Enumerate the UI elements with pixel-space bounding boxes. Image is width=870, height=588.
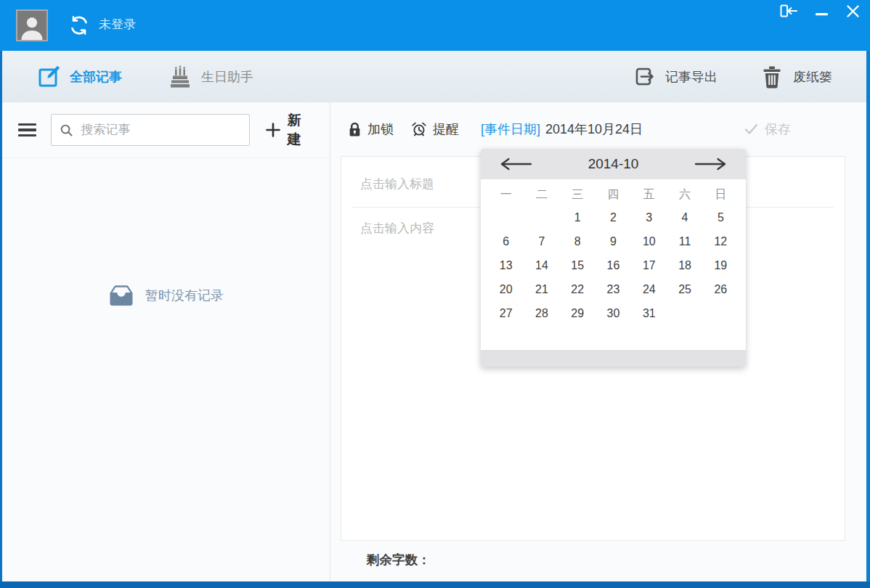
- calendar-day[interactable]: 23: [595, 277, 631, 301]
- calendar-day[interactable]: 10: [631, 229, 667, 253]
- export-notes-button[interactable]: 记事导出: [633, 65, 717, 88]
- event-date-tag[interactable]: [事件日期]: [481, 121, 540, 138]
- calendar-day[interactable]: 15: [560, 253, 595, 277]
- close-icon[interactable]: [846, 4, 860, 18]
- notes-sidebar: 新建 暂时没有记录: [2, 102, 330, 581]
- new-note-label: 新建: [287, 111, 314, 149]
- event-date-value: 2014年10月24日: [545, 121, 643, 138]
- remind-button[interactable]: 提醒: [411, 121, 459, 138]
- logout-icon[interactable]: [780, 4, 797, 17]
- calendar-weekday-row: 一二三四五六日: [481, 179, 746, 205]
- search-icon: [60, 123, 73, 137]
- calendar-day[interactable]: 30: [595, 301, 631, 325]
- calendar-day[interactable]: 22: [560, 277, 595, 301]
- main-area: 新建 暂时没有记录: [2, 102, 866, 581]
- inbox-icon: [108, 284, 134, 306]
- prev-month-arrow-icon[interactable]: [500, 158, 532, 171]
- birthday-cake-icon: [168, 65, 192, 89]
- login-status[interactable]: 未登录: [99, 0, 136, 51]
- calendar-day[interactable]: 4: [667, 205, 702, 229]
- calendar-month-label: 2014-10: [532, 156, 694, 172]
- weekday-label: 四: [595, 185, 631, 204]
- export-icon: [633, 65, 656, 88]
- calendar-bottom-handle: [481, 350, 746, 367]
- check-icon: [744, 123, 758, 135]
- user-icon: [17, 12, 46, 40]
- calendar-day[interactable]: 7: [524, 229, 559, 253]
- titlebar: 未登录: [0, 0, 870, 51]
- note-editor-panel: 加锁 提醒 [事件日期]: [330, 102, 866, 581]
- editor-header: 加锁 提醒 [事件日期]: [348, 102, 866, 156]
- calendar-day[interactable]: 24: [631, 277, 667, 301]
- calendar-day[interactable]: 9: [595, 229, 631, 253]
- window-frame-left: [0, 51, 2, 588]
- calendar-day-empty: [524, 205, 559, 229]
- calendar-day[interactable]: 5: [703, 205, 739, 229]
- empty-state: 暂时没有记录: [2, 284, 330, 306]
- calendar-day[interactable]: 20: [488, 277, 524, 301]
- tab-birthday-helper[interactable]: 生日助手: [168, 65, 253, 89]
- calendar-day[interactable]: 8: [560, 229, 595, 253]
- avatar[interactable]: [16, 9, 48, 41]
- weekday-label: 三: [560, 185, 595, 204]
- calendar-day[interactable]: 6: [488, 229, 524, 253]
- alarm-clock-icon: [411, 121, 427, 137]
- compose-icon: [38, 65, 60, 88]
- weekday-label: 五: [631, 185, 667, 204]
- weekday-label: 一: [488, 185, 524, 204]
- toolbar: 全部记事 生日助手: [0, 51, 870, 102]
- save-label: 保存: [765, 121, 791, 138]
- calendar-day[interactable]: 13: [488, 253, 524, 277]
- window-frame-bottom: [0, 581, 870, 588]
- calendar-day[interactable]: 16: [595, 253, 631, 277]
- calendar-day[interactable]: 3: [631, 205, 667, 229]
- lock-button[interactable]: 加锁: [348, 121, 394, 138]
- tab-label: 生日助手: [201, 68, 253, 86]
- calendar-day-empty: [667, 301, 702, 325]
- calendar-day[interactable]: 26: [703, 277, 739, 301]
- menu-icon[interactable]: [18, 123, 36, 137]
- next-month-arrow-icon[interactable]: [694, 158, 727, 171]
- app-window: 未登录: [0, 0, 870, 588]
- window-controls: [780, 4, 860, 23]
- calendar-grid: 1234567891011121314151617181920212223242…: [481, 205, 746, 325]
- calendar-day[interactable]: 25: [667, 277, 702, 301]
- window-frame-right: [866, 51, 870, 588]
- minimize-icon[interactable]: [816, 13, 828, 16]
- calendar-day[interactable]: 17: [631, 253, 667, 277]
- calendar-header: 2014-10: [481, 149, 746, 179]
- calendar-day[interactable]: 1: [560, 205, 595, 229]
- calendar-day[interactable]: 21: [524, 277, 559, 301]
- calendar-day[interactable]: 28: [524, 301, 559, 325]
- new-note-button[interactable]: 新建: [266, 111, 314, 149]
- empty-message: 暂时没有记录: [145, 287, 224, 304]
- calendar-day[interactable]: 31: [631, 301, 667, 325]
- date-picker-popup: 2014-10 一二三四五六日 123456789101112131415161…: [481, 149, 746, 367]
- calendar-day[interactable]: 12: [703, 229, 739, 253]
- weekday-label: 二: [524, 185, 559, 204]
- search-box[interactable]: [51, 114, 250, 146]
- weekday-label: 日: [703, 185, 739, 204]
- sync-icon[interactable]: [68, 15, 90, 36]
- trash-icon: [761, 65, 783, 89]
- search-input[interactable]: [81, 123, 241, 137]
- action-label: 废纸篓: [793, 68, 832, 86]
- trash-button[interactable]: 废纸篓: [761, 65, 832, 89]
- calendar-day[interactable]: 11: [667, 229, 702, 253]
- calendar-day[interactable]: 27: [488, 301, 524, 325]
- weekday-label: 六: [667, 185, 702, 204]
- lock-icon: [348, 121, 362, 137]
- calendar-day[interactable]: 2: [595, 205, 631, 229]
- calendar-day-empty: [703, 301, 739, 325]
- tab-all-notes[interactable]: 全部记事: [38, 65, 122, 88]
- calendar-day[interactable]: 19: [703, 253, 739, 277]
- calendar-day[interactable]: 14: [524, 253, 559, 277]
- calendar-day[interactable]: 18: [667, 253, 702, 277]
- remaining-chars-label: 剩余字数：: [367, 551, 431, 568]
- action-label: 记事导出: [665, 68, 717, 86]
- calendar-day-empty: [488, 205, 524, 229]
- remind-label: 提醒: [433, 121, 459, 138]
- calendar-day[interactable]: 29: [560, 301, 595, 325]
- plus-icon: [266, 123, 280, 137]
- save-button[interactable]: 保存: [744, 121, 791, 138]
